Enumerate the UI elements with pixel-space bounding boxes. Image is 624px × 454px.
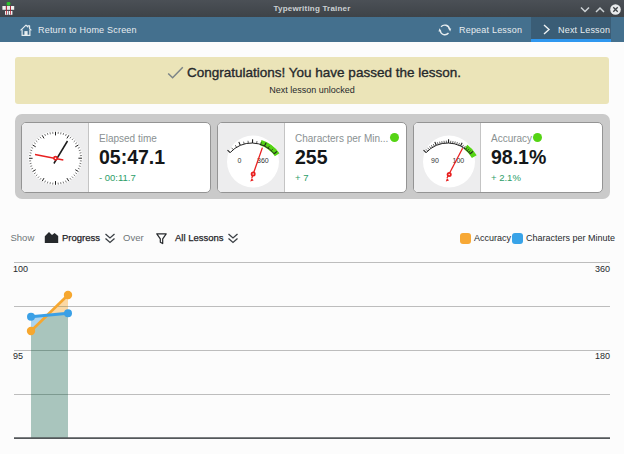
svg-text:90: 90 <box>431 157 439 164</box>
svg-text:0: 0 <box>238 157 242 164</box>
